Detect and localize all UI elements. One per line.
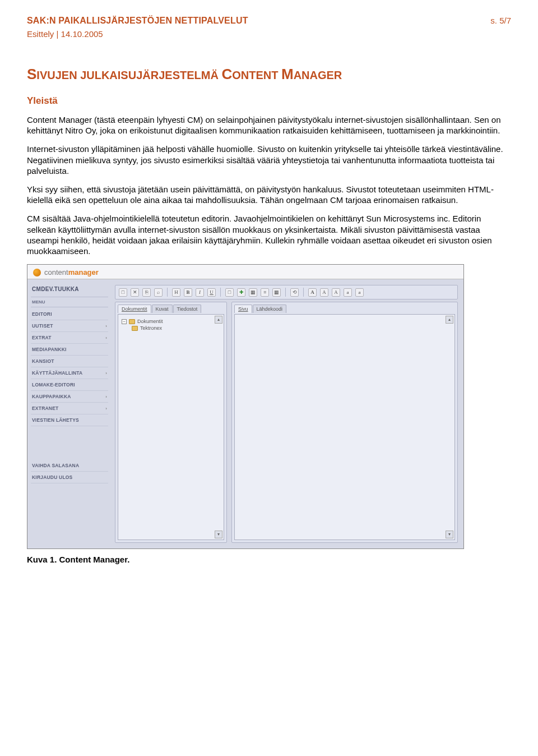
sidebar-item-vaihda-salasana[interactable]: VAIHDA SALASANA bbox=[31, 460, 108, 472]
scroll-up-icon[interactable]: ▴ bbox=[215, 316, 222, 324]
toolbar-font-a1-icon[interactable]: A bbox=[308, 288, 317, 297]
cm-logo-text: contentmanager bbox=[44, 268, 99, 276]
sidebar-item-label: VAIHDA SALASANA bbox=[32, 463, 79, 468]
toolbar-font-a2-icon[interactable]: A bbox=[320, 288, 328, 297]
tab-lahdekoodi[interactable]: Lähdekoodi bbox=[253, 305, 287, 313]
sidebar-item-uutiset[interactable]: UUTISET› bbox=[31, 320, 108, 332]
sidebar-item-label: KAUPPAPAIKKA bbox=[32, 394, 71, 399]
logo-part1: content bbox=[44, 268, 68, 276]
folder-icon bbox=[132, 326, 138, 331]
chevron-right-icon: › bbox=[105, 324, 107, 329]
tab-sivu[interactable]: Sivu bbox=[234, 305, 252, 313]
heading-part: S bbox=[27, 66, 36, 82]
cm-toolbar: □ ✕ ⎘ ⌕ H B I U □ ✚ ▦ ≡ ▦ ⟲ bbox=[115, 285, 458, 299]
sidebar-item-label: EDITORI bbox=[32, 311, 52, 317]
main-heading: SIVUJEN JULKAISUJÄRJESTELMÄ CONTENT MANA… bbox=[27, 66, 511, 83]
toolbar-separator bbox=[220, 288, 221, 297]
cm-body: CMDEV.TUUKKA MENU EDITORI UUTISET› EXTRA… bbox=[27, 279, 463, 548]
sidebar-item-label: KIRJAUDU ULOS bbox=[32, 474, 73, 480]
toolbar-separator bbox=[167, 288, 168, 297]
toolbar-delete-icon[interactable]: ✕ bbox=[131, 288, 139, 297]
sidebar-item-label: EXTRANET bbox=[32, 405, 58, 411]
figure-caption: Kuva 1. Content Manager. bbox=[27, 555, 511, 564]
tree-label: Tektronex bbox=[140, 325, 162, 331]
figure-content-manager: contentmanager CMDEV.TUUKKA MENU EDITORI… bbox=[27, 264, 511, 549]
sidebar-item-kansiot[interactable]: KANSIOT bbox=[31, 356, 108, 367]
cm-user-label: CMDEV.TUUKKA bbox=[31, 284, 108, 297]
sidebar-item-viestien-lahetys[interactable]: VIESTIEN LÄHETYS bbox=[31, 414, 108, 426]
sidebar-item-label: VIESTIEN LÄHETYS bbox=[32, 417, 79, 423]
sidebar-item-kirjaudu-ulos[interactable]: KIRJAUDU ULOS bbox=[31, 472, 108, 483]
sidebar-item-label: LOMAKE-EDITORI bbox=[32, 382, 75, 388]
tab-tiedostot[interactable]: Tiedostot bbox=[173, 305, 202, 313]
sidebar-item-mediapankki[interactable]: MEDIAPANKKI bbox=[31, 344, 108, 356]
paragraph: Content Manager (tästä eteenpäin lyhyest… bbox=[27, 114, 511, 136]
sidebar-item-label: KÄYTTÄJÄHALLINTA bbox=[32, 370, 82, 376]
tree-collapse-icon[interactable]: − bbox=[122, 319, 127, 324]
doc-title: SAK:N PAIKALLISJÄRJESTÖJEN NETTIPALVELUT bbox=[27, 16, 248, 26]
sidebar-item-label: MEDIAPANKKI bbox=[32, 347, 67, 352]
doc-subtitle: Esittely | 14.10.2005 bbox=[27, 29, 511, 39]
sidebar-item-label: EXTRAT bbox=[32, 335, 52, 340]
scroll-up-icon[interactable]: ▴ bbox=[446, 316, 453, 324]
toolbar-separator bbox=[285, 288, 286, 297]
chevron-right-icon: › bbox=[105, 371, 107, 376]
cm-right-panel: Sivu Lähdekoodi ▴ ▾ bbox=[231, 302, 458, 543]
toolbar-grid-icon[interactable]: ▦ bbox=[272, 288, 281, 297]
toolbar-list-icon[interactable]: ≡ bbox=[261, 288, 269, 297]
sidebar-item-editori[interactable]: EDITORI bbox=[31, 308, 108, 320]
scroll-down-icon[interactable]: ▾ bbox=[215, 531, 222, 538]
toolbar-separator bbox=[303, 288, 304, 297]
heading-part: ANAGER bbox=[294, 69, 342, 81]
toolbar-italic-icon[interactable]: I bbox=[196, 288, 204, 297]
heading-part: ONTENT bbox=[232, 69, 281, 81]
page-header: SAK:N PAIKALLISJÄRJESTÖJEN NETTIPALVELUT… bbox=[27, 16, 511, 26]
heading-part: IVUJEN JULKAISUJÄRJESTELMÄ bbox=[36, 69, 221, 81]
cm-left-panel: Dokumentit Kuvat Tiedostot ▴ − Dokumenti… bbox=[115, 302, 227, 543]
cm-sidebar: CMDEV.TUUKKA MENU EDITORI UUTISET› EXTRA… bbox=[27, 279, 112, 548]
toolbar-font-a4-icon[interactable]: a bbox=[344, 288, 352, 297]
sidebar-item-extrat[interactable]: EXTRAT› bbox=[31, 332, 108, 344]
toolbar-table-icon[interactable]: ▦ bbox=[249, 288, 257, 297]
chevron-right-icon: › bbox=[105, 406, 107, 411]
toolbar-heading-icon[interactable]: H bbox=[172, 288, 180, 297]
heading-part: C bbox=[221, 66, 232, 82]
scroll-down-icon[interactable]: ▾ bbox=[446, 531, 453, 538]
tree-label: Dokumentit bbox=[137, 319, 163, 324]
sidebar-item-kayttajahallinta[interactable]: KÄYTTÄJÄHALLINTA› bbox=[31, 367, 108, 379]
paragraph: CM sisältää Java-ohjelmointikielellä tot… bbox=[27, 213, 511, 256]
toolbar-add-icon[interactable]: ✚ bbox=[237, 288, 245, 297]
cm-left-tabs: Dokumentit Kuvat Tiedostot bbox=[118, 305, 224, 313]
spacer bbox=[31, 426, 108, 460]
cm-logo-icon bbox=[33, 269, 41, 276]
toolbar-bold-icon[interactable]: B bbox=[184, 288, 192, 297]
cm-titlebar: contentmanager bbox=[27, 265, 463, 279]
tree-child[interactable]: Tektronex bbox=[122, 325, 220, 331]
toolbar-new-icon[interactable]: □ bbox=[119, 288, 127, 297]
toolbar-font-a3-icon[interactable]: A bbox=[332, 288, 340, 297]
cm-main: □ ✕ ⎘ ⌕ H B I U □ ✚ ▦ ≡ ▦ ⟲ bbox=[112, 279, 463, 548]
toolbar-undo-icon[interactable]: ⟲ bbox=[290, 288, 299, 297]
sidebar-item-lomake-editori[interactable]: LOMAKE-EDITORI bbox=[31, 379, 108, 391]
toolbar-page-icon[interactable]: □ bbox=[225, 288, 234, 297]
tab-kuvat[interactable]: Kuvat bbox=[152, 305, 173, 313]
tree-root[interactable]: − Dokumentit bbox=[122, 318, 220, 325]
section-heading: Yleistä bbox=[27, 95, 511, 107]
toolbar-font-a5-icon[interactable]: a bbox=[355, 288, 364, 297]
paragraph: Yksi syy siihen, että sivustoja jätetään… bbox=[27, 184, 511, 205]
toolbar-search-icon[interactable]: ⌕ bbox=[154, 288, 163, 297]
toolbar-copy-icon[interactable]: ⎘ bbox=[142, 288, 151, 297]
chevron-right-icon: › bbox=[105, 335, 107, 340]
sidebar-item-extranet[interactable]: EXTRANET› bbox=[31, 403, 108, 414]
chevron-right-icon: › bbox=[105, 394, 107, 399]
cm-editor-pane[interactable]: ▴ ▾ bbox=[234, 314, 455, 540]
tab-dokumentit[interactable]: Dokumentit bbox=[118, 305, 151, 313]
page-number: s. 5/7 bbox=[490, 16, 511, 25]
cm-tree-pane: ▴ − Dokumentit Tektronex ▾ bbox=[118, 314, 224, 540]
sidebar-item-kauppapaikka[interactable]: KAUPPAPAIKKA› bbox=[31, 391, 108, 403]
sidebar-item-label: UUTISET bbox=[32, 323, 53, 329]
toolbar-underline-icon[interactable]: U bbox=[207, 288, 216, 297]
paragraph: Internet-sivuston ylläpitäminen jää help… bbox=[27, 144, 511, 176]
cm-right-tabs: Sivu Lähdekoodi bbox=[234, 305, 455, 313]
logo-part2: manager bbox=[68, 268, 99, 276]
